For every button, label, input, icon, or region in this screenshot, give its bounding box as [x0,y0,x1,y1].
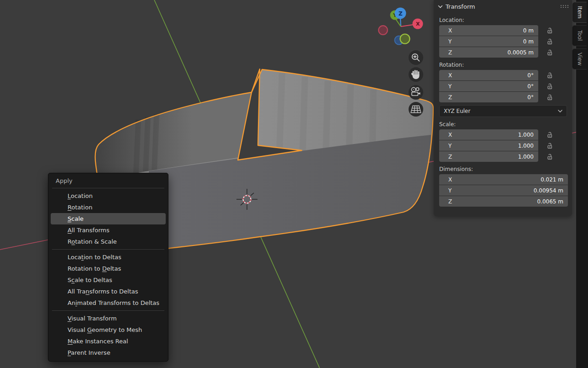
panel-title: Transform [446,3,560,10]
location-fields: X0 m Y0 m Z0.0005 m [439,25,572,58]
menu-item-visual-geometry-to-mesh[interactable]: Visual Geometry to Mesh [51,324,166,336]
viewport-nav-buttons [409,50,423,117]
location-x-field[interactable]: X0 m [439,25,538,36]
field-value: 0.0005 m [508,49,534,56]
pan-button[interactable] [409,67,423,82]
dimensions-x-field[interactable]: X0.021 m [439,174,568,185]
menu-item-animated-transforms-to-deltas[interactable]: Animated Transforms to Deltas [51,297,166,309]
gizmo-axis-neg-y[interactable] [400,34,410,44]
toggle-orthographic-button[interactable] [409,102,423,117]
sidebar-tabs: ItemToolView [572,2,587,72]
menu-item-rotation[interactable]: Rotation [51,202,166,213]
gizmo-axis-z[interactable]: Z [395,8,406,19]
tab-view[interactable]: View [572,48,587,69]
menu-item-location-to-deltas[interactable]: Location to Deltas [51,251,166,263]
rotation-x-field[interactable]: X0° [439,70,538,80]
axis-label: Y [448,38,452,45]
field-value: 0.00954 m [534,187,563,194]
gizmo-axis-neg-x[interactable] [378,26,388,35]
axis-label: Y [448,83,452,90]
menu-title: Apply [48,176,168,186]
menu-item-all-transforms-to-deltas[interactable]: All Transforms to Deltas [51,286,166,297]
field-value: 0.0065 m [537,198,564,205]
dimensions-y-field[interactable]: Y0.00954 m [439,185,568,196]
menu-item-make-instances-real[interactable]: Make Instances Real [51,336,166,347]
menu-item-rotation-scale[interactable]: Rotation & Scale [51,236,166,247]
zoom-button[interactable] [409,50,423,65]
unlock-icon[interactable] [546,72,553,79]
unlock-icon[interactable] [546,49,553,56]
axis-label: X [448,176,452,183]
field-value: 1.000 [518,154,534,160]
unlock-icon[interactable] [546,142,553,149]
menu-item-scale-to-deltas[interactable]: Scale to Deltas [51,274,166,286]
field-value: 0.021 m [541,176,563,183]
axis-label: Y [448,143,452,149]
field-value: 0° [527,94,534,101]
scale-z-field[interactable]: Z1.000 [439,151,538,162]
axis-label: Z [448,198,452,205]
menu-item-parent-inverse[interactable]: Parent Inverse [51,347,166,358]
rotation-fields: X0° Y0° Z0° [439,70,572,102]
axis-label: Z [448,49,452,56]
scale-label: Scale: [439,121,572,128]
rotation-mode-value: XYZ Euler [444,108,470,114]
axis-label: X [448,27,452,34]
menu-item-scale[interactable]: Scale [51,213,166,224]
navigation-gizmo[interactable]: Y Z X [378,8,423,45]
unlock-icon[interactable] [546,38,553,45]
dimensions-label: Dimensions: [439,166,572,172]
scale-fields: X1.000 Y1.000 Z1.000 [439,129,572,162]
unlock-icon[interactable] [546,83,553,90]
rotation-mode-dropdown[interactable]: XYZ Euler [439,105,567,117]
menu-separator [52,188,164,188]
unlock-icon[interactable] [546,131,553,139]
rotation-label: Rotation: [439,62,572,68]
tab-tool[interactable]: Tool [572,25,587,46]
axis-label: Z [448,94,452,101]
menu-item-rotation-to-deltas[interactable]: Rotation to Deltas [51,263,166,274]
location-y-field[interactable]: Y0 m [439,36,538,47]
unlock-icon[interactable] [546,94,553,101]
blender-3d-viewport: Y Z X [0,0,588,368]
location-z-field[interactable]: Z0.0005 m [439,47,538,58]
scale-y-field[interactable]: Y1.000 [439,140,538,151]
gizmo-axis-x[interactable]: X [413,19,423,29]
dimensions-z-field[interactable]: Z0.0065 m [439,196,568,207]
menu-item-location[interactable]: Location [51,190,166,202]
menu-separator [52,249,164,250]
rotation-z-field[interactable]: Z0° [439,92,538,102]
axis-label: X [448,72,452,79]
chevron-down-icon [558,110,562,112]
transform-panel-header[interactable]: Transform [434,0,572,13]
field-value: 1.000 [518,143,534,149]
menu-item-all-transforms[interactable]: All Transforms [51,224,166,236]
svg-text:X: X [416,21,420,27]
scale-x-field[interactable]: X1.000 [439,129,538,140]
svg-text:Z: Z [399,11,403,17]
menu-separator [52,310,164,311]
unlock-icon[interactable] [546,27,553,34]
field-value: 0° [527,83,534,90]
field-value: 0 m [523,38,534,45]
location-label: Location: [439,17,572,23]
camera-view-button[interactable] [409,85,423,100]
panel-grip-icon[interactable] [560,5,568,8]
axis-label: Z [448,154,452,160]
transform-panel: Transform Location: X0 m Y0 m Z0.0005 m … [434,0,572,216]
field-value: 0 m [523,27,534,34]
unlock-icon[interactable] [546,153,553,160]
menu-item-visual-transform[interactable]: Visual Transform [51,313,166,324]
field-value: 0° [527,72,534,79]
chevron-down-icon [438,5,443,8]
rotation-y-field[interactable]: Y0° [439,81,538,91]
dimensions-fields: X0.021 mY0.00954 mZ0.0065 m [439,174,572,207]
axis-label: X [448,132,452,138]
apply-context-menu: Apply LocationRotationScaleAll Transform… [48,173,168,362]
menu-item-list: LocationRotationScaleAll TransformsRotat… [48,190,168,358]
field-value: 1.000 [518,132,534,138]
axis-label: Y [448,187,452,194]
tab-item[interactable]: Item [572,2,587,23]
